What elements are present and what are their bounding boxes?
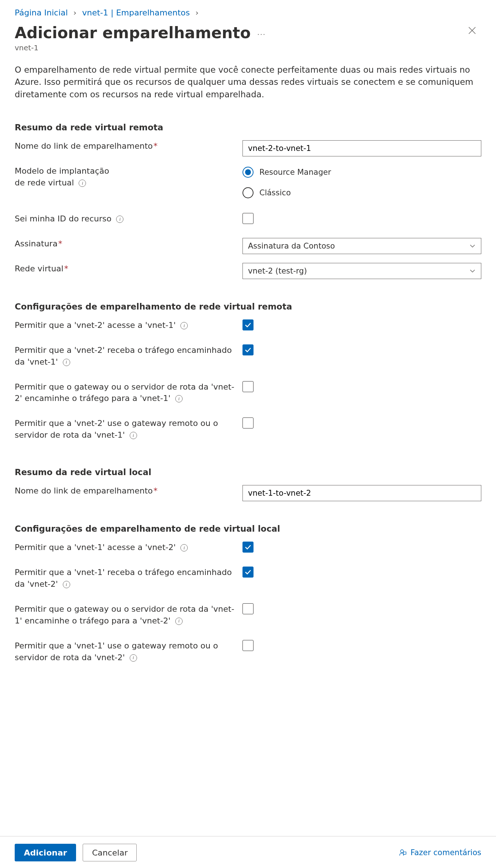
label-deployment-model-line2: de rede virtual	[15, 178, 74, 187]
description-text: O emparelhamento de rede virtual permite…	[0, 52, 496, 101]
label-remote-gateway-forward: Permitir que o gateway ou o servidor de …	[15, 382, 234, 403]
virtual-network-select[interactable]: vnet-2 (test-rg)	[242, 263, 481, 279]
breadcrumb-vnet-peerings[interactable]: vnet-1 | Emparelhamentos	[82, 8, 190, 17]
page-subtitle: vnet-1	[15, 43, 266, 52]
required-indicator: *	[64, 264, 68, 273]
label-remote-allow-access: Permitir que a 'vnet-2' acesse a 'vnet-1…	[15, 321, 176, 330]
checkbox-remote-allow-forwarded[interactable]	[242, 344, 254, 355]
checkmark-icon	[244, 346, 252, 354]
checkbox-know-resource-id[interactable]	[242, 213, 254, 224]
radio-resource-manager[interactable]: Resource Manager	[242, 167, 481, 178]
required-indicator: *	[153, 141, 158, 151]
radio-button-unchecked-icon	[242, 187, 254, 198]
radio-resource-manager-label: Resource Manager	[259, 168, 331, 177]
checkbox-local-gateway-forward[interactable]	[242, 603, 254, 614]
checkbox-remote-allow-access[interactable]	[242, 319, 254, 330]
chevron-down-icon	[469, 243, 476, 249]
info-icon[interactable]: i	[63, 359, 70, 366]
checkbox-remote-gateway-forward[interactable]	[242, 381, 254, 392]
section-remote-settings-title: Configurações de emparelhamento de rede …	[0, 283, 496, 315]
required-indicator: *	[58, 239, 62, 248]
label-local-use-gateway: Permitir que a 'vnet-1' use o gateway re…	[15, 641, 218, 662]
page-title: Adicionar emparelhamento	[15, 24, 251, 42]
close-button[interactable]	[463, 24, 481, 39]
breadcrumb: Página Inicial › vnet-1 | Emparelhamento…	[0, 0, 496, 21]
remote-link-name-input[interactable]	[242, 140, 481, 156]
subscription-select[interactable]: Assinatura da Contoso	[242, 238, 481, 254]
section-local-settings-title: Configurações de emparelhamento de rede …	[0, 506, 496, 537]
label-local-allow-forwarded: Permitir que a 'vnet-1' receba o tráfego…	[15, 568, 232, 589]
breadcrumb-home[interactable]: Página Inicial	[15, 8, 68, 17]
info-icon[interactable]: i	[130, 432, 137, 439]
local-link-name-input[interactable]	[242, 485, 481, 501]
checkbox-local-use-gateway[interactable]	[242, 640, 254, 651]
label-virtual-network: Rede virtual	[15, 264, 64, 273]
label-deployment-model-line1: Modelo de implantação	[15, 166, 109, 176]
chevron-down-icon	[469, 268, 476, 274]
checkbox-remote-use-gateway[interactable]	[242, 417, 254, 428]
info-icon[interactable]: i	[116, 216, 123, 223]
radio-classic-label: Clássico	[259, 188, 291, 197]
label-local-link-name: Nome do link de emparelhamento	[15, 486, 153, 495]
section-remote-summary-title: Resumo da rede virtual remota	[0, 101, 496, 136]
radio-classic[interactable]: Clássico	[242, 187, 481, 198]
label-remote-use-gateway: Permitir que a 'vnet-2' use o gateway re…	[15, 419, 218, 440]
subscription-value: Assinatura da Contoso	[248, 242, 335, 250]
close-icon	[468, 26, 476, 35]
radio-button-checked-icon	[242, 167, 254, 178]
section-local-summary-title: Resumo da rede virtual local	[0, 445, 496, 481]
info-icon[interactable]: i	[180, 322, 188, 329]
more-menu-icon[interactable]: ···	[257, 28, 266, 38]
chevron-right-icon: ›	[71, 8, 80, 17]
checkbox-local-allow-access[interactable]	[242, 542, 254, 553]
label-local-gateway-forward: Permitir que o gateway ou o servidor de …	[15, 604, 234, 625]
virtual-network-value: vnet-2 (test-rg)	[248, 267, 307, 275]
checkmark-icon	[244, 568, 252, 576]
info-icon[interactable]: i	[180, 544, 188, 551]
label-local-allow-access: Permitir que a 'vnet-1' acesse a 'vnet-2…	[15, 543, 176, 552]
label-know-resource-id: Sei minha ID do recurso	[15, 214, 111, 223]
info-icon[interactable]: i	[79, 180, 86, 187]
checkmark-icon	[244, 543, 252, 551]
info-icon[interactable]: i	[63, 581, 70, 588]
label-subscription: Assinatura	[15, 239, 58, 248]
info-icon[interactable]: i	[175, 395, 183, 402]
chevron-right-icon: ›	[193, 8, 202, 17]
label-remote-link-name: Nome do link de emparelhamento	[15, 141, 153, 151]
required-indicator: *	[153, 486, 158, 495]
info-icon[interactable]: i	[175, 618, 183, 625]
checkbox-local-allow-forwarded[interactable]	[242, 567, 254, 578]
checkmark-icon	[244, 321, 252, 329]
info-icon[interactable]: i	[130, 654, 137, 662]
label-remote-allow-forwarded: Permitir que a 'vnet-2' receba o tráfego…	[15, 346, 232, 366]
